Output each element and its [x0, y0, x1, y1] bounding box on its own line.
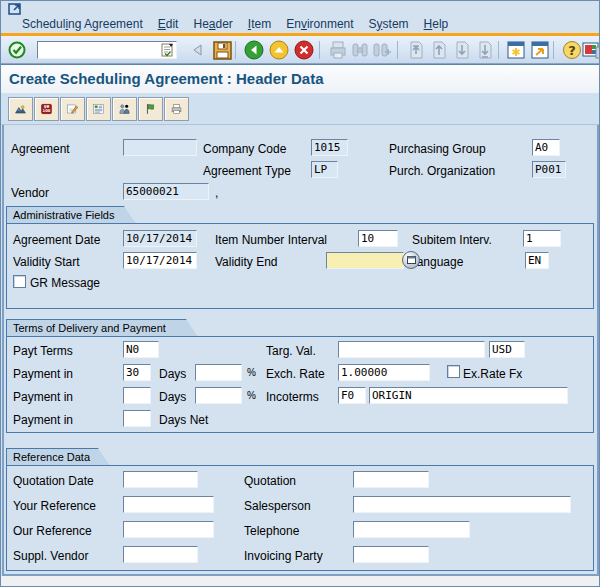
agreement-label: Agreement — [11, 142, 70, 156]
edit-button[interactable] — [60, 97, 85, 121]
save-icon[interactable] — [211, 39, 233, 61]
next-page-icon[interactable] — [451, 39, 473, 61]
texts-icon — [93, 100, 104, 118]
new-session-icon[interactable] — [505, 39, 527, 61]
our-reference-field[interactable] — [123, 521, 214, 538]
agreement-type-label: Agreement Type — [203, 164, 291, 178]
command-field[interactable] — [37, 41, 177, 59]
svg-text:100: 100 — [43, 109, 51, 113]
vendor-label: Vendor — [11, 186, 49, 200]
back-icon[interactable] — [243, 39, 265, 61]
validity-end-field[interactable] — [326, 252, 404, 269]
enter-icon[interactable] — [6, 39, 28, 61]
search-help-button[interactable] — [402, 251, 420, 269]
agreement-date-field[interactable] — [123, 230, 197, 247]
validity-end-label: Validity End — [215, 255, 277, 269]
exit-icon[interactable] — [268, 39, 290, 61]
quotation-date-field[interactable] — [123, 471, 198, 488]
bottom-strip — [1, 576, 599, 587]
agreement-date-label: Agreement Date — [13, 233, 100, 247]
item-number-interval-label: Item Number Interval — [215, 233, 327, 247]
menu-header[interactable]: Header — [193, 17, 232, 31]
application-toolbar: $¥100 — [1, 93, 599, 125]
payment-in-2-percent-field[interactable] — [195, 387, 242, 404]
menu-item[interactable]: Item — [248, 17, 271, 31]
texts-button[interactable] — [86, 97, 111, 121]
telephone-field[interactable] — [353, 521, 470, 538]
suppl-vendor-label: Suppl. Vendor — [13, 549, 88, 563]
standard-toolbar: ? — [1, 36, 599, 64]
ex-rate-fx-checkbox[interactable] — [447, 365, 460, 378]
menu-bar: Scheduling AgreementEditHeaderItemEnviro… — [1, 14, 599, 33]
subitem-interval-field[interactable] — [523, 230, 561, 247]
item-number-interval-field[interactable] — [358, 230, 398, 247]
menu-scheduling-agreement[interactable]: Scheduling Agreement — [22, 17, 143, 31]
print-preview-button[interactable] — [164, 97, 189, 121]
menu-environment[interactable]: Environment — [286, 17, 353, 31]
print-icon[interactable] — [327, 39, 349, 61]
payment-in-1-percent-field[interactable] — [195, 364, 242, 381]
our-reference-label: Our Reference — [13, 524, 92, 538]
partners-button[interactable] — [112, 97, 137, 121]
payment-in-1-days-field[interactable] — [123, 364, 151, 381]
validity-start-field[interactable] — [123, 252, 197, 269]
payment-in-2-days-label: Days — [159, 390, 186, 404]
salesperson-label: Salesperson — [244, 499, 311, 513]
agreement-type-field[interactable] — [311, 161, 338, 178]
terms-section-tab: Terms of Delivery and Payment — [6, 319, 198, 337]
svg-text:?: ? — [568, 43, 576, 58]
collapse-icon[interactable] — [191, 39, 205, 61]
release-flag-button[interactable] — [138, 97, 163, 121]
exch-rate-field[interactable] — [338, 364, 430, 381]
targ-val-field[interactable] — [338, 341, 485, 358]
payment-in-3-days-field[interactable] — [123, 410, 151, 427]
payment-in-2-label: Payment in — [13, 390, 73, 404]
previous-page-icon[interactable] — [428, 39, 450, 61]
vendor-suffix: , — [215, 186, 218, 200]
release-flag-icon — [145, 100, 156, 118]
purchasing-group-label: Purchasing Group — [389, 142, 486, 156]
suppl-vendor-field[interactable] — [123, 546, 198, 563]
menu-system[interactable]: System — [369, 17, 409, 31]
overview-button[interactable] — [8, 97, 33, 121]
telephone-label: Telephone — [244, 524, 299, 538]
purch-organization-field[interactable] — [532, 161, 566, 178]
menu-edit[interactable]: Edit — [158, 17, 179, 31]
exch-rate-label: Exch. Rate — [266, 367, 325, 381]
incoterms-text-field[interactable] — [369, 387, 568, 404]
company-code-field[interactable] — [311, 139, 348, 156]
incoterms-code-field[interactable] — [338, 387, 366, 404]
payment-in-3-label: Payment in — [13, 413, 73, 427]
quotation-date-label: Quotation Date — [13, 474, 94, 488]
find-icon[interactable] — [349, 39, 371, 61]
first-page-icon[interactable] — [405, 39, 427, 61]
salesperson-field[interactable] — [353, 496, 571, 513]
partners-icon — [119, 100, 130, 118]
conditions-button[interactable]: $¥100 — [34, 97, 59, 121]
subitem-interval-label: Subitem Interv. — [412, 233, 492, 247]
menu-help[interactable]: Help — [424, 17, 449, 31]
command-history-icon[interactable] — [161, 43, 174, 61]
agreement-field[interactable] — [123, 139, 197, 156]
create-shortcut-icon[interactable] — [529, 39, 551, 61]
print-preview-icon — [171, 100, 182, 118]
help-icon[interactable]: ? — [561, 39, 583, 61]
invoicing-party-field[interactable] — [353, 546, 429, 563]
find-next-icon[interactable] — [371, 39, 393, 61]
quotation-field[interactable] — [353, 471, 429, 488]
payt-terms-field[interactable] — [123, 341, 159, 358]
last-page-icon[interactable] — [474, 39, 496, 61]
your-reference-field[interactable] — [123, 496, 214, 513]
gr-message-label: GR Message — [30, 276, 100, 290]
vendor-field[interactable] — [123, 183, 209, 200]
payt-terms-label: Payt Terms — [13, 344, 73, 358]
cancel-icon[interactable] — [293, 39, 315, 61]
language-field[interactable] — [525, 252, 549, 269]
reference-section-tab: Reference Data — [6, 448, 110, 466]
purchasing-group-field[interactable] — [532, 139, 560, 156]
currency-field[interactable] — [489, 341, 525, 358]
customize-layout-icon[interactable] — [581, 39, 600, 61]
payment-in-2-days-field[interactable] — [123, 387, 151, 404]
validity-start-label: Validity Start — [13, 255, 79, 269]
gr-message-checkbox[interactable] — [13, 275, 26, 288]
